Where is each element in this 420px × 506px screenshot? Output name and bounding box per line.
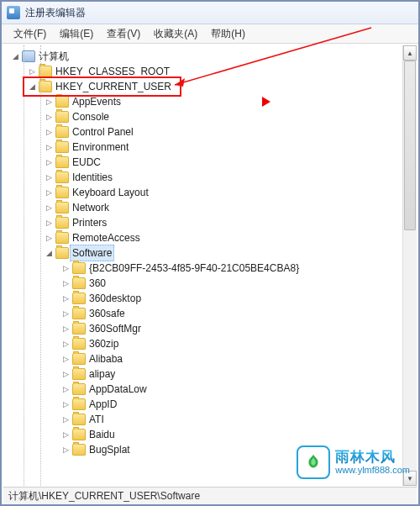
tree-item-label: Console bbox=[72, 109, 109, 124]
title-bar[interactable]: 注册表编辑器 bbox=[2, 2, 418, 24]
expand-toggle-icon[interactable]: ▷ bbox=[60, 278, 71, 288]
expand-toggle-icon[interactable]: ▷ bbox=[44, 97, 54, 107]
expand-toggle-icon[interactable]: ▷ bbox=[44, 127, 54, 137]
status-path: 计算机\HKEY_CURRENT_USER\Software bbox=[8, 489, 200, 503]
tree-software-child-5[interactable]: ▷ 360zip bbox=[3, 336, 417, 351]
expand-toggle-icon[interactable]: ▷ bbox=[44, 112, 54, 122]
tree-item-label: Network bbox=[72, 200, 109, 215]
vertical-scrollbar[interactable]: ▲ ▼ bbox=[402, 45, 417, 486]
folder-icon bbox=[55, 96, 69, 108]
menu-file[interactable]: 文件(F) bbox=[7, 24, 53, 43]
menu-help[interactable]: 帮助(H) bbox=[204, 24, 252, 43]
expand-toggle-icon[interactable]: ▷ bbox=[60, 384, 71, 394]
tree-hkcu-child-9[interactable]: ▷ RemoteAccess bbox=[3, 230, 417, 245]
folder-icon bbox=[55, 111, 69, 123]
tree-software-child-1[interactable]: ▷ 360 bbox=[3, 276, 417, 291]
tree-item-label: 360safe bbox=[89, 306, 125, 321]
tree-software-child-10[interactable]: ▷ ATI bbox=[3, 412, 417, 427]
scroll-up-button[interactable]: ▲ bbox=[403, 45, 417, 61]
tree-hkcu-child-0[interactable]: ▷ AppEvents bbox=[3, 94, 417, 109]
tree-hkcr[interactable]: ▷ HKEY_CLASSES_ROOT bbox=[3, 64, 417, 79]
tree-software-child-8[interactable]: ▷ AppDataLow bbox=[3, 382, 417, 397]
tree-hkcu-child-4[interactable]: ▷ EUDC bbox=[3, 155, 417, 170]
tree-software[interactable]: ◢ Software bbox=[3, 245, 417, 261]
folder-icon bbox=[72, 368, 86, 380]
expand-toggle-icon[interactable]: ▷ bbox=[60, 339, 71, 349]
expand-toggle-icon[interactable]: ▷ bbox=[44, 203, 54, 213]
folder-icon bbox=[55, 141, 69, 153]
folder-icon bbox=[55, 187, 69, 198]
expand-toggle-icon[interactable]: ▷ bbox=[60, 369, 71, 379]
folder-icon bbox=[72, 262, 86, 274]
tree-item-label: HKEY_CURRENT_USER bbox=[55, 79, 171, 94]
tree-hkcu-child-2[interactable]: ▷ Control Panel bbox=[3, 124, 417, 140]
menu-edit[interactable]: 编辑(E) bbox=[53, 24, 100, 43]
folder-icon bbox=[72, 293, 86, 304]
expand-toggle-icon[interactable]: ▷ bbox=[60, 414, 71, 424]
tree-software-child-2[interactable]: ▷ 360desktop bbox=[3, 291, 417, 306]
app-icon bbox=[7, 6, 20, 19]
window-title: 注册表编辑器 bbox=[25, 6, 86, 20]
tree-software-child-9[interactable]: ▷ AppID bbox=[3, 397, 417, 412]
folder-icon bbox=[55, 247, 69, 259]
expand-toggle-icon[interactable]: ◢ bbox=[27, 82, 37, 92]
tree-software-child-6[interactable]: ▷ Alibaba bbox=[3, 351, 417, 366]
tree-software-child-11[interactable]: ▷ Baidu bbox=[3, 427, 417, 442]
expand-toggle-icon[interactable]: ◢ bbox=[10, 51, 20, 61]
tree-item-label: AppID bbox=[89, 397, 117, 412]
tree-hkcu-child-7[interactable]: ▷ Network bbox=[3, 200, 417, 215]
tree-hkcu-child-8[interactable]: ▷ Printers bbox=[3, 215, 417, 230]
expand-toggle-icon[interactable]: ▷ bbox=[60, 308, 71, 319]
tree-item-label: 计算机 bbox=[39, 49, 69, 64]
expand-toggle-icon[interactable]: ▷ bbox=[60, 430, 71, 440]
folder-icon bbox=[72, 383, 86, 395]
tree-hkcu-child-1[interactable]: ▷ Console bbox=[3, 109, 417, 124]
expand-toggle-icon[interactable]: ▷ bbox=[60, 399, 71, 409]
folder-icon bbox=[72, 398, 86, 410]
folder-icon bbox=[55, 156, 69, 168]
expand-toggle-icon[interactable]: ▷ bbox=[44, 142, 54, 152]
expand-toggle-icon[interactable]: ▷ bbox=[44, 233, 54, 243]
expand-toggle-icon[interactable]: ▷ bbox=[60, 263, 71, 273]
folder-icon bbox=[72, 353, 86, 365]
tree-root-computer[interactable]: ◢ 计算机 bbox=[3, 49, 417, 64]
tree-software-child-3[interactable]: ▷ 360safe bbox=[3, 306, 417, 321]
tree-item-label: Identities bbox=[72, 170, 113, 185]
tree-item-label: RemoteAccess bbox=[72, 230, 140, 245]
logo-text: 雨林木风 bbox=[335, 450, 410, 464]
logo-url: www.ylmf888.com bbox=[335, 466, 410, 475]
tree-hkcu-child-6[interactable]: ▷ Keyboard Layout bbox=[3, 185, 417, 200]
folder-icon bbox=[72, 308, 86, 319]
scroll-thumb[interactable] bbox=[404, 61, 416, 230]
expand-toggle-icon[interactable]: ▷ bbox=[44, 157, 54, 167]
tree-hkcu[interactable]: ◢ HKEY_CURRENT_USER bbox=[3, 79, 417, 94]
tree-item-label: Alibaba bbox=[89, 351, 123, 366]
expand-toggle-icon[interactable]: ▷ bbox=[44, 172, 54, 182]
expand-toggle-icon[interactable]: ▷ bbox=[60, 445, 71, 455]
tree-panel[interactable]: ◢ 计算机 ▷ HKEY_CLASSES_ROOT ◢ HKEY_CURRENT… bbox=[3, 45, 417, 486]
menu-bar: 文件(F) 编辑(E) 查看(V) 收藏夹(A) 帮助(H) bbox=[2, 24, 418, 44]
tree-item-label: Keyboard Layout bbox=[72, 185, 149, 200]
expand-toggle-icon[interactable]: ▷ bbox=[60, 354, 71, 364]
expand-toggle-icon[interactable]: ▷ bbox=[60, 324, 71, 334]
folder-icon bbox=[72, 338, 86, 350]
menu-view[interactable]: 查看(V) bbox=[100, 24, 147, 43]
expand-toggle-icon[interactable]: ▷ bbox=[44, 187, 54, 198]
tree-hkcu-child-3[interactable]: ▷ Environment bbox=[3, 140, 417, 155]
expand-toggle-icon[interactable]: ◢ bbox=[44, 248, 54, 258]
tree-item-label: 360zip bbox=[89, 336, 118, 351]
tree-item-label: AppDataLow bbox=[89, 382, 147, 397]
expand-toggle-icon[interactable]: ▷ bbox=[27, 66, 37, 76]
tree-hkcu-child-5[interactable]: ▷ Identities bbox=[3, 170, 417, 185]
window-frame: 注册表编辑器 文件(F) 编辑(E) 查看(V) 收藏夹(A) 帮助(H) ◢ … bbox=[0, 0, 420, 506]
tree-item-label: alipay bbox=[89, 366, 115, 382]
tree-software-child-7[interactable]: ▷ alipay bbox=[3, 366, 417, 382]
tree-software-child-0[interactable]: ▷ {B2CB09FF-2453-4f85-9F40-21C05BE4CBA8} bbox=[3, 261, 417, 276]
expand-toggle-icon[interactable]: ▷ bbox=[44, 218, 54, 228]
menu-favorites[interactable]: 收藏夹(A) bbox=[147, 24, 204, 43]
expand-toggle-icon[interactable]: ▷ bbox=[60, 293, 71, 303]
folder-icon bbox=[55, 171, 69, 183]
tree-item-label: 360desktop bbox=[89, 291, 141, 306]
tree-software-child-4[interactable]: ▷ 360SoftMgr bbox=[3, 321, 417, 336]
tree-item-label: Printers bbox=[72, 215, 107, 230]
